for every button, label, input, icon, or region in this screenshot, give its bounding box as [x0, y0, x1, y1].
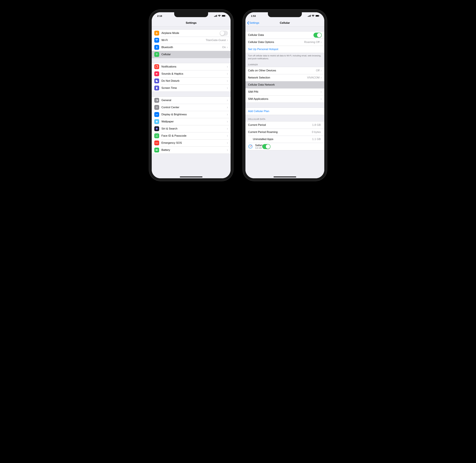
row-wallpaper[interactable]: Wallpaper› [152, 118, 230, 125]
row-label: Airplane Mode [161, 32, 220, 35]
chevron-right-icon: › [227, 65, 228, 69]
chevron-right-icon: › [320, 97, 322, 101]
screentime-icon [154, 86, 159, 90]
home-indicator[interactable] [180, 177, 202, 177]
row-notifications[interactable]: Notifications› [152, 63, 230, 70]
svg-point-12 [157, 107, 157, 108]
row-cellular-data-options[interactable]: Cellular Data OptionsRoaming Off› [246, 39, 324, 46]
row-current-period-roaming[interactable]: Current Period Roaming0 bytes [246, 129, 324, 136]
row-display-brightness[interactable]: AADisplay & Brightness› [152, 111, 230, 118]
back-button[interactable]: Settings [247, 21, 259, 25]
row-battery[interactable]: Battery› [152, 146, 230, 154]
svg-rect-10 [157, 107, 158, 107]
row-add-cellular-plan[interactable]: Add Cellular Plan [246, 108, 324, 115]
row-detail: On [222, 46, 226, 49]
status-icons [308, 15, 320, 17]
chevron-right-icon: › [227, 79, 228, 83]
row-label: Cellular Data Options [248, 41, 304, 44]
svg-rect-6 [226, 16, 226, 16]
back-label: Settings [249, 21, 259, 25]
svg-text:SOS: SOS [156, 142, 158, 144]
row-detail: Roaming Off [304, 41, 320, 44]
control-icon [154, 105, 159, 110]
row-label: Screen Time [161, 86, 227, 90]
row-label: Face ID & Passcode [161, 134, 227, 137]
svg-rect-25 [157, 150, 158, 150]
chevron-left-icon [247, 21, 249, 25]
notch [174, 12, 208, 17]
siri-icon [154, 126, 159, 131]
chevron-right-icon: › [227, 106, 228, 109]
row-label: Add Cellular Plan [248, 110, 322, 113]
row-network-selection[interactable]: Network SelectionVIVACOM› [246, 74, 324, 81]
svg-point-20 [156, 135, 156, 136]
row-safari[interactable]: Safari526 MB [246, 143, 324, 150]
row-face-id-passcode[interactable]: Face ID & Passcode› [152, 132, 230, 139]
chevron-right-icon: › [320, 76, 322, 80]
safari-app-icon [248, 144, 253, 149]
sos-icon: SOS [154, 141, 159, 145]
chevron-right-icon: › [227, 127, 228, 131]
wallpaper-icon [154, 119, 159, 124]
row-cellular[interactable]: Cellular› [152, 51, 230, 58]
phone-settings: 2:18 Settings Airplane ModeWi-FiTitanGat… [149, 10, 233, 181]
chevron-right-icon: › [320, 90, 322, 94]
row-label: Network Selection [248, 76, 307, 79]
row-sim-pin[interactable]: SIM PIN› [246, 88, 324, 95]
chevron-right-icon: › [227, 113, 228, 116]
row-label: Current Period Roaming [248, 131, 312, 134]
row-cellular-data[interactable]: Cellular Data [246, 32, 324, 39]
toggle-airplane-mode[interactable] [220, 31, 228, 36]
row-siri-search[interactable]: Siri & Search› [152, 125, 230, 132]
row-uninstalled-apps[interactable]: Uninstalled Apps1.1 GB [246, 136, 324, 143]
row-wi-fi[interactable]: Wi-FiTitanGate-Guest› [152, 37, 230, 44]
cellular-icon [154, 52, 159, 57]
row-label: Battery [161, 148, 227, 152]
svg-rect-5 [222, 15, 225, 17]
row-cellular-data-network[interactable]: Cellular Data Network› [246, 81, 324, 88]
chevron-right-icon: › [227, 45, 228, 49]
cellular-signal-icon [214, 15, 217, 17]
row-label: Sounds & Haptics [161, 72, 227, 75]
toggle-safari[interactable] [262, 144, 270, 149]
page-title: Cellular [280, 21, 290, 25]
battery-icon [154, 148, 159, 152]
row-general[interactable]: General› [152, 97, 230, 104]
row-detail: 1.8 GB [312, 123, 321, 127]
row-sim-applications[interactable]: SIM Applications› [246, 95, 324, 103]
svg-point-9 [156, 107, 156, 107]
notifications-icon [154, 64, 159, 69]
row-label: Display & Brightness [161, 113, 227, 116]
svg-rect-2 [216, 15, 216, 17]
row-label: SIM PIN [248, 90, 320, 94]
toggle-cellular-data[interactable] [313, 33, 322, 38]
row-label: Current Period [248, 123, 312, 127]
bluetooth-icon [154, 45, 159, 50]
row-control-center[interactable]: Control Center› [152, 104, 230, 111]
status-time: 2:18 [157, 15, 162, 17]
section-footer: Turn off cellular data to restrict all d… [246, 53, 324, 61]
row-label: Notifications [161, 65, 227, 68]
row-sounds-haptics[interactable]: Sounds & Haptics› [152, 70, 230, 77]
row-label: Calls on Other Devices [248, 69, 316, 72]
row-emergency-sos[interactable]: SOSEmergency SOS› [152, 139, 230, 146]
row-screen-time[interactable]: Screen Time› [152, 84, 230, 92]
wifi-icon [312, 15, 314, 17]
sounds-icon [154, 71, 159, 76]
row-label: Bluetooth [161, 46, 222, 49]
svg-rect-3 [217, 15, 217, 17]
wifi-icon [218, 15, 221, 17]
row-bluetooth[interactable]: BluetoothOn› [152, 44, 230, 51]
row-airplane-mode[interactable]: Airplane Mode [152, 30, 230, 37]
svg-point-21 [157, 135, 157, 136]
row-set-up-personal-hotspot[interactable]: Set Up Personal Hotspot [246, 46, 324, 53]
wifi-icon [154, 38, 159, 43]
row-calls-on-other-devices[interactable]: Calls on Other DevicesOff› [246, 67, 324, 74]
row-text: Safari526 MB [255, 144, 262, 149]
status-icons [214, 15, 226, 17]
row-do-not-disturb[interactable]: Do Not Disturb› [152, 77, 230, 84]
row-current-period[interactable]: Current Period1.8 GB [246, 121, 324, 129]
row-label: Cellular Data [248, 33, 313, 37]
cellular-signal-icon [308, 15, 311, 17]
home-indicator[interactable] [274, 177, 296, 177]
